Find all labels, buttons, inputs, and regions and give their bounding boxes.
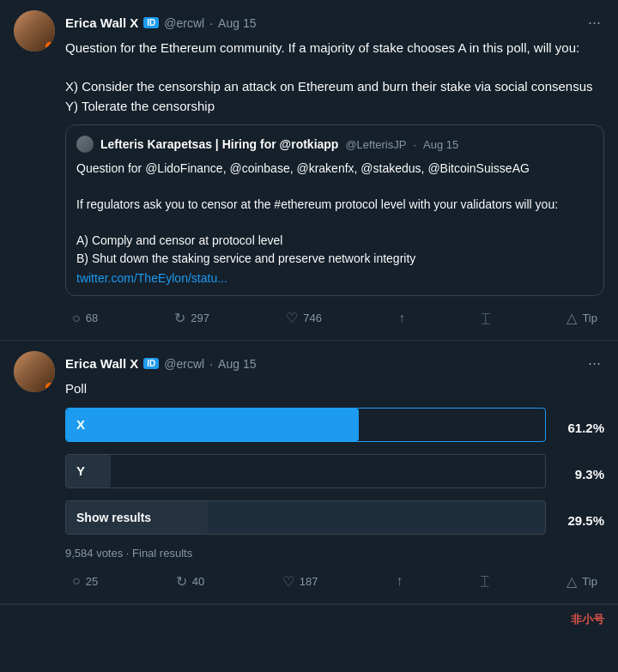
share-action-2[interactable]: ↑ <box>389 570 409 592</box>
verified-badge-2: ID <box>143 358 159 369</box>
poll-percentage-x: 61.2% <box>553 411 604 445</box>
tweet-header-left-2: Erica Wall X ID @ercwl · Aug 15 <box>65 356 256 371</box>
tweet-body-2: Erica Wall X ID @ercwl · Aug 15 ··· Poll… <box>65 351 604 593</box>
tip-label-1: Tip <box>582 312 597 324</box>
reply-icon-1: ○ <box>72 311 81 326</box>
quoted-header-1: Lefteris Karapetsas | Hiring for @rotkia… <box>76 136 593 153</box>
author-name-1: Erica Wall X <box>65 15 138 30</box>
avatar-erica-1[interactable] <box>14 10 55 51</box>
avatar-badge-1 <box>45 42 54 51</box>
retweet-action-1[interactable]: ↻ 297 <box>167 306 216 330</box>
tweet-body-1: Erica Wall X ID @ercwl · Aug 15 ··· Ques… <box>65 10 604 330</box>
tip-action-2[interactable]: △ Tip <box>560 570 604 593</box>
poll-row-y: Y 9.3% <box>65 454 604 495</box>
xiaohongshu-label: 非小号 <box>571 612 604 627</box>
retweet-icon-2: ↻ <box>176 573 187 590</box>
poll-option-wrapper-y: Y <box>65 454 546 495</box>
poll-votes: 9,584 votes · Final results <box>65 547 604 560</box>
quoted-link-1[interactable]: twitter.com/TheEylon/statu... <box>76 271 593 285</box>
tweet-1: Erica Wall X ID @ercwl · Aug 15 ··· Ques… <box>0 0 618 341</box>
tip-label-2: Tip <box>582 575 597 588</box>
like-icon-1: ♡ <box>286 310 298 326</box>
tweet-text-2: Poll <box>65 379 604 399</box>
author-name-2: Erica Wall X <box>65 356 138 371</box>
poll-option-show[interactable]: Show results <box>65 500 546 535</box>
quoted-avatar-1 <box>76 136 94 153</box>
tweet-date-dot-1: · <box>209 16 213 30</box>
quoted-author-1: Lefteris Karapetsas | Hiring for @rotkia… <box>100 137 338 151</box>
tweet-date-2: Aug 15 <box>218 357 256 371</box>
chart-action-2[interactable]: ⌶ <box>474 570 496 592</box>
tweet-date-dot-2: · <box>209 357 213 371</box>
tweet-header-left-1: Erica Wall X ID @ercwl · Aug 15 <box>65 15 256 30</box>
tweet-text-1: Question for the Ethereum community. If … <box>65 39 604 116</box>
chart-icon-1: ⌶ <box>482 311 490 326</box>
poll-option-wrapper-x: X <box>65 408 546 449</box>
tweet-date-1: Aug 15 <box>218 16 256 30</box>
poll-container: X 61.2% Y 9.3% <box>65 408 604 560</box>
poll-row-x: X 61.2% <box>65 408 604 449</box>
retweet-action-2[interactable]: ↻ 40 <box>169 570 211 593</box>
chart-action-1[interactable]: ⌶ <box>475 307 497 330</box>
poll-option-label-x: X <box>66 409 545 441</box>
chart-icon-2: ⌶ <box>481 573 489 589</box>
poll-option-label-show: Show results <box>66 501 545 534</box>
tweet-actions-2: ○ 25 ↻ 40 ♡ 187 ↑ ⌶ △ Tip <box>65 570 604 593</box>
reply-icon-2: ○ <box>72 573 81 589</box>
more-options-2[interactable]: ··· <box>585 351 604 376</box>
tweet-actions-1: ○ 68 ↻ 297 ♡ 746 ↑ ⌶ △ Tip <box>65 306 604 330</box>
reply-count-2: 25 <box>86 575 98 588</box>
poll-row-show: Show results 29.5% <box>65 500 604 542</box>
reply-action-2[interactable]: ○ 25 <box>65 570 105 592</box>
like-count-1: 746 <box>303 312 322 324</box>
author-handle-1: @ercwl <box>164 16 204 30</box>
share-action-1[interactable]: ↑ <box>391 307 412 330</box>
tip-action-1[interactable]: △ Tip <box>560 306 604 330</box>
tweet-2: Erica Wall X ID @ercwl · Aug 15 ··· Poll… <box>0 341 618 604</box>
poll-option-y[interactable]: Y <box>65 454 546 488</box>
poll-percentage-show: 29.5% <box>553 504 604 538</box>
retweet-icon-1: ↻ <box>174 310 185 326</box>
more-options-1[interactable]: ··· <box>585 10 604 35</box>
bottom-bar: 非小号 <box>0 604 618 634</box>
share-icon-2: ↑ <box>396 573 403 589</box>
quoted-text-1: Question for @LidoFinance, @coinbase, @k… <box>76 160 593 268</box>
retweet-count-2: 40 <box>192 575 204 588</box>
like-count-2: 187 <box>300 575 318 588</box>
like-action-1[interactable]: ♡ 746 <box>279 306 329 330</box>
tip-icon-2: △ <box>566 573 577 590</box>
tweet-header-2: Erica Wall X ID @ercwl · Aug 15 ··· <box>65 351 604 376</box>
tip-icon-1: △ <box>566 310 577 326</box>
retweet-count-1: 297 <box>191 312 209 324</box>
share-icon-1: ↑ <box>398 311 405 326</box>
avatar-badge-2 <box>45 383 54 391</box>
quoted-date-dot: · <box>413 138 416 151</box>
like-icon-2: ♡ <box>282 573 294 590</box>
reply-count-1: 68 <box>86 312 98 324</box>
quoted-date-1: Aug 15 <box>423 138 458 151</box>
author-handle-2: @ercwl <box>164 357 204 371</box>
tweet-header-1: Erica Wall X ID @ercwl · Aug 15 ··· <box>65 10 604 35</box>
poll-percentage-y: 9.3% <box>553 457 604 492</box>
poll-option-label-y: Y <box>66 455 545 487</box>
avatar-erica-2[interactable] <box>14 351 55 392</box>
like-action-2[interactable]: ♡ 187 <box>276 570 325 593</box>
poll-option-wrapper-show: Show results <box>65 500 546 542</box>
poll-option-x[interactable]: X <box>65 408 546 442</box>
quoted-handle-1: @LefterisJP <box>345 138 406 151</box>
quoted-tweet-1[interactable]: Lefteris Karapetsas | Hiring for @rotkia… <box>65 124 604 296</box>
verified-badge-1: ID <box>143 17 159 28</box>
reply-action-1[interactable]: ○ 68 <box>65 307 105 330</box>
